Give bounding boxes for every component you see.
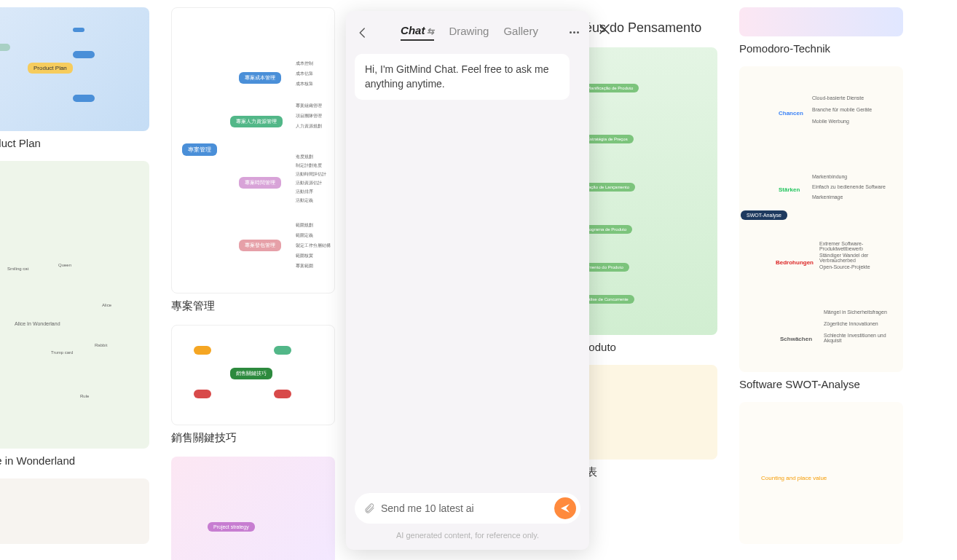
mindmap-node: Product Plan: [28, 63, 73, 74]
mindmap-branch-label: Schwächen: [780, 336, 812, 342]
mindmap-node-label: Counting and place value: [761, 475, 827, 481]
mindmap-node: SWOT-Analyse: [741, 210, 787, 220]
mindmap-node: 專案管理: [182, 143, 217, 156]
mindmap-node-label: Smiling cat: [7, 267, 28, 271]
mindmap-node: [194, 346, 211, 355]
mindmap-leaf: Mängel in Sicherheitsfragen: [824, 309, 887, 315]
template-title: lice in Wonderland: [0, 454, 149, 467]
chat-input-area: AI generated content, for reference only…: [346, 487, 589, 550]
mindmap-node-label: Queen: [58, 263, 71, 267]
chat-messages: Hi, I'm GitMind Chat. Feel free to ask m…: [346, 50, 589, 487]
more-options-icon[interactable]: [570, 31, 579, 33]
mindmap-node: [0, 44, 10, 51]
mindmap-leaf: Ständiger Wandel der Verbraucherbed: [819, 253, 903, 263]
swap-icon: ⇆: [427, 26, 434, 36]
template-title: 銷售關鍵技巧: [171, 431, 335, 445]
template-thumb: [0, 478, 149, 544]
template-title: Pomodoro-Technik: [739, 42, 903, 55]
template-card-swot[interactable]: SWOT-Analyse Chancen Stärken Bedrohungen…: [739, 66, 903, 390]
template-thumb: Project strategy: [171, 457, 335, 560]
template-thumb: SWOT-Analyse Chancen Stärken Bedrohungen…: [739, 66, 903, 372]
chat-input[interactable]: [381, 502, 548, 514]
mindmap-leaf: Zögerliche Innovationen: [824, 321, 878, 326]
template-card-alice[interactable]: Alice In Wonderland Queen Alice Rabbit R…: [0, 161, 149, 467]
attach-icon[interactable]: [363, 502, 375, 514]
template-card-project[interactable]: 專案管理 專案成本管理 專案人力資源管理 專案時間管理 專案發包管理 成本控制 …: [171, 7, 335, 313]
template-thumb: Counting and place value: [739, 402, 903, 544]
chat-tabs: Chat⇆ Drawing Gallery: [369, 24, 570, 41]
template-card-generic[interactable]: [0, 478, 149, 544]
tab-chat[interactable]: Chat⇆: [401, 24, 434, 41]
mindmap-node: [274, 346, 291, 355]
gallery-column: Product Plan roduct Plan Alice In Wonder…: [0, 7, 149, 560]
gallery-column: Pomodoro-Technik SWOT-Analyse Chancen St…: [739, 7, 903, 560]
assistant-message: Hi, I'm GitMind Chat. Feel free to ask m…: [355, 54, 570, 100]
mindmap-node-label: Rabbit: [95, 343, 107, 347]
close-button[interactable]: [599, 20, 610, 39]
mindmap-node: Project strategy: [208, 522, 255, 532]
template-thumb: [739, 7, 903, 36]
mindmap-node: [73, 95, 95, 102]
mindmap-leaf: Extremer Software-Produktwettbewerb: [819, 241, 903, 251]
mindmap-node: 專案人力資源管理: [230, 116, 283, 127]
chat-panel: Chat⇆ Drawing Gallery Hi, I'm GitMind Ch…: [346, 11, 589, 550]
back-icon[interactable]: [356, 26, 369, 39]
template-title: roduct Plan: [0, 137, 149, 149]
mindmap-branch-label: Bedrohungen: [776, 259, 814, 266]
template-thumb: Product Plan: [0, 7, 149, 131]
ai-disclaimer: AI generated content, for reference only…: [355, 531, 580, 540]
send-button[interactable]: [554, 497, 576, 519]
mindmap-node: [73, 51, 95, 58]
mindmap-branch-label: Stärken: [779, 186, 800, 193]
chat-header: Chat⇆ Drawing Gallery: [346, 11, 589, 50]
template-thumb: Alice In Wonderland Queen Alice Rabbit R…: [0, 161, 149, 449]
template-card-pomodoro[interactable]: Pomodoro-Technik: [739, 7, 903, 55]
template-thumb: 專案管理 專案成本管理 專案人力資源管理 專案時間管理 專案發包管理 成本控制 …: [171, 7, 335, 293]
template-card-product-plan[interactable]: Product Plan roduct Plan: [0, 7, 149, 149]
template-thumb: 銷售關鍵技巧: [171, 325, 335, 425]
template-card-counting[interactable]: Counting and place value: [739, 402, 903, 544]
mindmap-leaf: Branche für mobile Geräte: [812, 107, 872, 112]
mindmap-branch-label: Chancen: [779, 110, 803, 117]
chat-input-row: [355, 493, 580, 524]
mindmap-node-label: Alice: [102, 303, 111, 307]
mindmap-node: Planificação de Produto: [581, 84, 639, 92]
mindmap-leaf: Open-Source-Projekte: [819, 264, 870, 269]
mindmap-node: [194, 390, 211, 398]
mindmap-leaf: Markenimage: [812, 194, 843, 200]
mindmap-node: [73, 28, 84, 32]
mindmap-node: 專案時間管理: [239, 177, 281, 189]
mindmap-node: [274, 390, 291, 398]
mindmap-node: 專案成本管理: [239, 72, 281, 84]
template-card-sales[interactable]: 銷售關鍵技巧 銷售關鍵技巧: [171, 325, 335, 445]
mindmap-node-label: Alice In Wonderland: [15, 321, 60, 326]
mindmap-node: 銷售關鍵技巧: [230, 368, 272, 379]
tab-label: Chat: [401, 24, 425, 36]
mindmap-node-label: Trump card: [51, 350, 73, 355]
template-card-generic[interactable]: Project strategy: [171, 457, 335, 560]
gallery-column: 專案管理 專案成本管理 專案人力資源管理 專案時間管理 專案發包管理 成本控制 …: [171, 7, 335, 560]
mindmap-leaf: Einfach zu bedienende Software: [812, 184, 886, 189]
mindmap-leaf: Mobile Werbung: [812, 119, 849, 124]
mindmap-node-label: Rule: [80, 394, 89, 398]
tab-drawing[interactable]: Drawing: [449, 25, 489, 40]
mindmap-node: 專案發包管理: [239, 240, 281, 251]
template-title: 專案管理: [171, 299, 335, 313]
mindmap-leaf: Cloud-basierte Dienste: [812, 95, 864, 100]
mindmap-leaf: Schlechte Investitionen und Akquisit: [824, 333, 903, 343]
mindmap-leaf: Markenbindung: [812, 174, 847, 179]
template-title: Software SWOT-Analyse: [739, 378, 903, 390]
tab-gallery[interactable]: Gallery: [503, 25, 538, 40]
